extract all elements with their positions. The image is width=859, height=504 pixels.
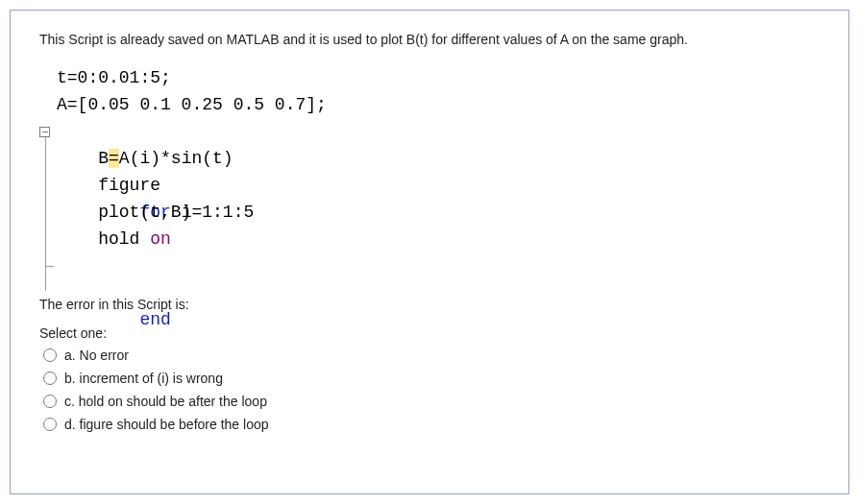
code-line-7: hold on (57, 226, 820, 252)
code-keyword-end: end (139, 310, 170, 329)
option-c-label[interactable]: c. hold on should be after the loop (64, 394, 267, 409)
viewport: This Script is already saved on MATLAB a… (0, 0, 859, 504)
code-string: on (150, 229, 171, 249)
option-b[interactable]: b. increment of (i) is wrong (43, 367, 820, 390)
code-line-1: t=0:0.01:5; (57, 64, 820, 91)
code-line-6: plot(t,B) (57, 199, 820, 226)
option-b-label[interactable]: b. increment of (i) is wrong (64, 371, 223, 386)
code-text: B (57, 149, 109, 168)
code-line-4: B=A(i)*sin(t) (57, 145, 820, 172)
option-a[interactable]: a. No error (43, 344, 820, 367)
radio-b[interactable] (43, 372, 57, 385)
code-text: t=0:0.01:5; (57, 68, 171, 87)
code-text: A(i)*sin(t) (119, 149, 233, 168)
code-text: plot(t,B) (57, 203, 191, 222)
code-line-8: end (57, 252, 820, 279)
radio-a[interactable] (43, 348, 57, 362)
fold-line (45, 137, 46, 291)
code-line-3: for i=1:1:5 (57, 118, 820, 145)
fold-toggle-icon[interactable] (39, 127, 50, 137)
code-block: t=0:0.01:5; A=[0.05 0.1 0.25 0.5 0.7]; f… (57, 64, 820, 279)
option-d-label[interactable]: d. figure should be before the loop (64, 417, 269, 432)
code-line-2: A=[0.05 0.1 0.25 0.5 0.7]; (57, 91, 820, 118)
code-text: A=[0.05 0.1 0.25 0.5 0.7]; (57, 95, 327, 114)
options-list: a. No error b. increment of (i) is wrong… (39, 344, 820, 436)
question-container: This Script is already saved on MATLAB a… (10, 10, 849, 494)
fold-line-end (45, 266, 54, 267)
code-text: hold (57, 229, 150, 249)
option-c[interactable]: c. hold on should be after the loop (43, 390, 820, 413)
radio-d[interactable] (43, 418, 57, 431)
code-text: figure (57, 176, 160, 195)
radio-c[interactable] (43, 395, 57, 408)
option-d[interactable]: d. figure should be before the loop (43, 413, 820, 436)
code-highlight: = (109, 149, 119, 168)
code-line-5: figure (57, 172, 820, 199)
question-intro: This Script is already saved on MATLAB a… (39, 32, 820, 47)
